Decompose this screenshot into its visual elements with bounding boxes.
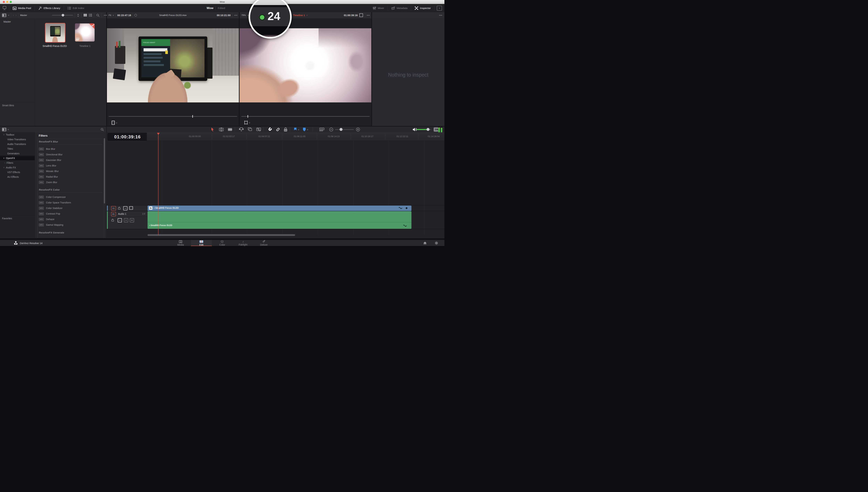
timeline-name-select[interactable]: Timeline 1 — [293, 14, 305, 17]
filter-item-color-space-transform[interactable]: GPUColor Space Transform — [38, 200, 103, 205]
settings-gear-button[interactable] — [435, 241, 438, 245]
replace-clip-button[interactable] — [256, 127, 261, 132]
filter-item-color-compressor[interactable]: GPUColor Compressor — [38, 194, 103, 200]
timeline-audio-clip[interactable]: • SmallHD Focus OLED — [148, 211, 412, 229]
filter-item-lens-blur[interactable]: GPULens Blur — [38, 163, 103, 168]
sidebar-item-openfx[interactable]: ∨OpenFX — [0, 156, 35, 161]
source-video-frame[interactable]: FOCUS ASSIST SmallHD — [107, 28, 239, 102]
timeline-viewer-options-button[interactable]: ••• — [367, 14, 370, 17]
auto-select-toggle[interactable]: ‹› — [123, 206, 127, 211]
collapse-panels-button[interactable]: ∨ — [437, 6, 442, 10]
curve-icon[interactable] — [399, 207, 402, 210]
sidebar-item-video-transitions[interactable]: Video Transitions — [0, 137, 35, 142]
selection-mode-tool[interactable] — [211, 127, 215, 132]
lock-track-icon[interactable] — [111, 219, 114, 222]
media-clip-timeline1[interactable] — [75, 23, 95, 42]
marker-button[interactable] — [303, 127, 306, 131]
solo-track-button[interactable]: S — [124, 218, 128, 222]
tab-color[interactable]: Color — [212, 240, 232, 246]
monitor-volume-slider[interactable] — [417, 129, 431, 130]
filter-item-radial-blur[interactable]: GPURadial Blur — [38, 174, 103, 179]
tab-fairlight[interactable]: ♪ Fairlight — [232, 240, 253, 246]
timeline-video-clip[interactable]: fx • SmallHD Focus OLED ◆ — [148, 205, 412, 211]
metadata-toggle-button[interactable]: Metadata — [390, 4, 408, 12]
current-bin-label[interactable]: Master — [20, 14, 27, 17]
keyframe-diamond-icon[interactable]: ◆ — [405, 206, 407, 210]
grid-view-button[interactable] — [84, 14, 87, 17]
filter-item-zoom-blur[interactable]: GPUZoom Blur — [38, 179, 103, 185]
zoom-out-icon[interactable] — [329, 127, 333, 131]
filter-item-contrast-pop[interactable]: GPUContrast Pop — [38, 211, 103, 217]
timeline-playhead-handle[interactable] — [157, 133, 160, 136]
media-pool-toggle-button[interactable]: Media Pool — [11, 4, 32, 12]
bin-item-master[interactable]: Master — [0, 18, 35, 23]
sidebar-item-generators[interactable]: Generators — [0, 151, 35, 156]
media-pool-options-button[interactable]: ••• — [104, 14, 107, 17]
sidebar-item-audio-fx[interactable]: ∨Audio FX — [0, 165, 35, 170]
timeline-viewer-mode-button[interactable]: ∨ — [244, 121, 250, 124]
media-clip-label[interactable]: Timeline 1 — [72, 45, 98, 47]
timeline-zoom-select[interactable]: 79% — [241, 14, 246, 17]
gang-viewers-icon[interactable] — [359, 14, 363, 17]
timeline-scrub-bar[interactable] — [241, 116, 370, 117]
smart-bins-label[interactable]: Smart Bins — [2, 104, 14, 107]
media-clip-label[interactable]: SmallHD Focus OLED — [42, 45, 68, 47]
razor-edit-mode-tool[interactable] — [228, 128, 232, 131]
bin-display-icon[interactable] — [2, 128, 6, 131]
lock-track-icon[interactable] — [118, 206, 121, 210]
timeline-playhead[interactable] — [158, 133, 158, 235]
sidebar-item-vst-effects[interactable]: VST Effects — [0, 170, 35, 174]
trim-edit-mode-tool[interactable] — [219, 128, 224, 131]
inspector-options-button[interactable]: ••• — [439, 14, 442, 17]
zoom-in-icon[interactable] — [356, 127, 360, 131]
link-clips-toggle[interactable] — [276, 127, 280, 132]
chevron-down-icon[interactable]: ∨ — [306, 14, 308, 16]
timeline-video-frame[interactable] — [240, 28, 371, 102]
auto-select-toggle[interactable]: ‹› — [118, 218, 122, 222]
filter-item-color-stabilizer[interactable]: GPUColor Stabilizer — [38, 205, 103, 211]
audio-track-badge[interactable]: A1 — [111, 212, 116, 216]
scrollbar-vertical[interactable] — [104, 138, 105, 203]
chevron-down-icon[interactable]: ∨ — [307, 129, 308, 130]
source-scrub-playhead[interactable] — [192, 115, 193, 118]
source-clip-name[interactable]: SmallHD Focus OLED.mov — [159, 14, 187, 17]
sidebar-item-titles[interactable]: Titles — [0, 146, 35, 151]
edit-index-toggle-button[interactable]: Edit Index — [66, 4, 85, 12]
timeline-ruler[interactable]: 01:00:00:00 01:02:03:17 01:04:07:11 01:0… — [147, 132, 444, 141]
sidebar-item-au-effects[interactable]: AU Effects — [0, 174, 35, 179]
video-track-header[interactable]: V1 ‹› — [108, 205, 148, 211]
sort-order-icon[interactable] — [77, 14, 79, 17]
chevron-down-icon[interactable]: ∨ — [298, 129, 299, 130]
mute-track-button[interactable]: M — [130, 218, 134, 222]
sidebar-item-favorites[interactable]: Favorites — [2, 217, 12, 220]
sidebar-item-filters[interactable]: ›Filters — [0, 161, 35, 165]
overwrite-clip-button[interactable] — [248, 127, 252, 131]
video-track-badge[interactable]: V1 — [111, 206, 116, 211]
timeline-timecode[interactable]: 01:00:39:16 — [344, 14, 358, 17]
source-clip-mode-button[interactable]: ∨ — [111, 121, 117, 125]
audio-track-name[interactable]: Audio 1 — [118, 213, 126, 215]
curve-icon[interactable] — [403, 224, 407, 227]
snapping-toggle[interactable] — [268, 127, 272, 132]
slider-handle[interactable] — [426, 128, 429, 131]
thumbnail-size-slider[interactable] — [52, 15, 73, 16]
source-scrub-bar[interactable] — [109, 116, 237, 117]
bin-display-icon[interactable] — [2, 14, 6, 17]
timeline-scrub-playhead[interactable] — [248, 115, 248, 118]
source-viewer-options-button[interactable]: ••• — [234, 14, 238, 17]
filter-item-mosaic-blur[interactable]: GPUMosaic Blur — [38, 168, 103, 174]
timeline-view-options-button[interactable] — [319, 128, 324, 131]
flag-button[interactable] — [294, 127, 297, 131]
tab-edit[interactable]: Edit — [191, 240, 212, 246]
home-button[interactable] — [423, 242, 427, 245]
media-clip-smallhd[interactable]: ♪ — [45, 23, 66, 43]
filter-item-dehaze[interactable]: GPUDehaze — [38, 217, 103, 222]
chevron-down-icon[interactable]: ∨ — [8, 14, 9, 16]
scrollbar-horizontal[interactable] — [148, 234, 295, 236]
sidebar-item-audio-transitions[interactable]: Audio Transitions — [0, 142, 35, 146]
inspector-toggle-button[interactable]: Inspector — [414, 4, 432, 12]
forward-button[interactable]: › — [16, 14, 17, 17]
search-icon[interactable] — [96, 14, 99, 17]
track-view-icon[interactable] — [129, 206, 133, 210]
filter-item-box-blur[interactable]: GPUBox Blur — [38, 146, 103, 152]
